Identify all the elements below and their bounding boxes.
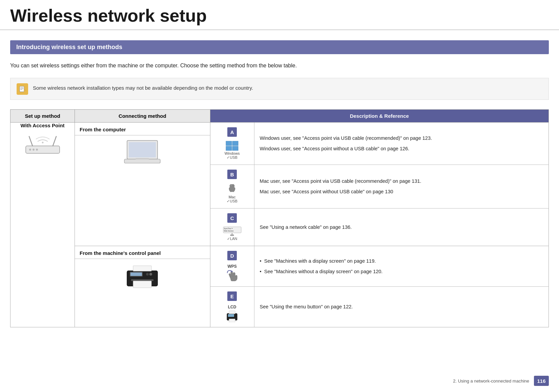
svg-rect-35 <box>228 314 234 317</box>
laptop-icon-container <box>75 135 210 171</box>
note-box: Some wireless network installation types… <box>10 78 549 100</box>
svg-point-5 <box>29 149 31 151</box>
wps-icon <box>226 269 239 282</box>
col-header-setup: Set up method <box>11 110 75 123</box>
connect-label-machine: From the machine's control panel <box>75 246 210 259</box>
page-number-badge: 116 <box>534 376 549 386</box>
method-a-letter-cell: A Wind <box>210 123 254 165</box>
svg-point-10 <box>42 142 43 144</box>
method-row-d: D WPS <box>210 246 548 287</box>
page-title: Wireless network setup <box>10 6 549 25</box>
svg-rect-2 <box>20 88 23 89</box>
method-row-e: E LCD <box>210 287 548 327</box>
windows-icon <box>225 140 239 151</box>
mac-icon <box>227 183 237 194</box>
intro-text: You can set wireless settings either fro… <box>10 62 549 70</box>
method-desc-cell-machine: D WPS <box>210 246 548 327</box>
connect-label-computer: From the computer <box>75 123 210 135</box>
printer-icon <box>124 262 161 289</box>
table-row-access-computer: With Access Point <box>11 123 549 246</box>
svg-rect-17 <box>226 146 232 151</box>
section-header: Introducing wireless set up methods <box>10 40 549 54</box>
letter-badge-d: D <box>227 251 237 260</box>
svg-rect-12 <box>129 142 156 157</box>
connecting-method-cell-computer: From the computer <box>75 123 210 246</box>
svg-rect-32 <box>130 273 142 276</box>
letter-badge-c: C <box>227 213 237 223</box>
svg-point-7 <box>36 149 38 151</box>
note-text: Some wireless network installation types… <box>33 83 253 92</box>
svg-rect-15 <box>226 141 232 146</box>
svg-point-29 <box>149 273 152 276</box>
method-e-desc: See "Using the menu button" on page 122. <box>254 287 548 327</box>
connecting-method-cell-machine: From the machine's control panel <box>75 246 210 327</box>
setup-table: Set up method Connecting method Descript… <box>10 109 549 327</box>
page-footer: 2. Using a network-connected machine 116 <box>453 376 549 386</box>
desc-b-2: Mac user, see "Access point without USB … <box>260 188 543 196</box>
method-d-desc: • See "Machines with a display screen" o… <box>254 246 548 286</box>
svg-rect-24 <box>230 235 234 236</box>
svg-rect-27 <box>133 281 151 288</box>
router-icon <box>24 133 61 157</box>
svg-line-8 <box>29 136 33 146</box>
note-icon <box>17 83 28 95</box>
printer-icon-container <box>75 259 210 296</box>
table-row-access-machine: From the machine's control panel <box>11 246 549 327</box>
page-header: Wireless network setup <box>0 0 559 30</box>
svg-point-6 <box>33 149 35 151</box>
svg-point-30 <box>146 273 149 276</box>
desc-b-1: Mac user, see "Access point via USB cabl… <box>260 177 543 185</box>
svg-rect-1 <box>20 87 23 88</box>
svg-rect-16 <box>232 141 238 146</box>
method-row-c: C SyncThru™ Web Service <box>210 209 548 246</box>
col-header-desc: Description & Reference <box>210 110 548 123</box>
svg-rect-28 <box>133 266 151 271</box>
method-c-letter-cell: C SyncThru™ Web Service <box>210 209 254 246</box>
method-a-desc: Windows user, see "Access point via USB … <box>254 123 548 165</box>
svg-rect-14 <box>136 158 149 159</box>
letter-badge-e: E <box>227 291 237 301</box>
svg-rect-3 <box>20 89 22 90</box>
desc-e-1: See "Using the menu button" on page 122. <box>260 303 543 311</box>
content-area: Introducing wireless set up methods You … <box>0 30 559 337</box>
page-container: Wireless network setup Introducing wirel… <box>0 0 559 392</box>
desc-d-1: • See "Machines with a display screen" o… <box>260 257 543 265</box>
svg-rect-0 <box>20 86 24 92</box>
svg-line-9 <box>53 136 56 146</box>
method-b-letter-cell: B Mac ✓US <box>210 165 254 208</box>
svg-rect-26 <box>131 279 153 281</box>
setup-method-cell-access: With Access Point <box>11 123 75 327</box>
letter-badge-a: A <box>227 127 237 137</box>
svg-text:SyncThru™: SyncThru™ <box>224 227 233 230</box>
setup-method-label: With Access Point <box>11 123 75 128</box>
method-e-letter-cell: E LCD <box>210 287 254 327</box>
svg-text:Web Service: Web Service <box>224 230 233 232</box>
svg-point-19 <box>230 184 232 186</box>
method-row-b: B Mac ✓US <box>210 165 548 209</box>
col-header-connecting: Connecting method <box>75 110 210 123</box>
method-desc-cell-computer: A Wind <box>210 123 548 246</box>
svg-rect-36 <box>229 319 235 322</box>
method-b-desc: Mac user, see "Access point via USB cabl… <box>254 165 548 208</box>
desc-c-1: See "Using a network cable" on page 136. <box>260 223 543 231</box>
footer-section-label: 2. Using a network-connected machine <box>453 378 529 384</box>
method-d-letter-cell: D WPS <box>210 246 254 286</box>
note-pencil-icon <box>19 85 26 93</box>
svg-rect-37 <box>229 311 235 314</box>
laptop-icon <box>124 139 161 164</box>
lcd-icon <box>226 309 239 322</box>
svg-rect-18 <box>232 146 238 151</box>
desc-a-1: Windows user, see "Access point via USB … <box>260 134 543 142</box>
method-c-desc: See "Using a network cable" on page 136. <box>254 209 548 246</box>
desc-a-2: Windows user, see "Access point without … <box>260 145 543 153</box>
letter-badge-b: B <box>227 170 237 179</box>
desc-d-2: • See "Machines without a display screen… <box>260 268 543 276</box>
method-row-a: A Wind <box>210 123 548 165</box>
svg-rect-13 <box>124 159 160 163</box>
syncthru-icon: SyncThru™ Web Service <box>223 226 242 236</box>
